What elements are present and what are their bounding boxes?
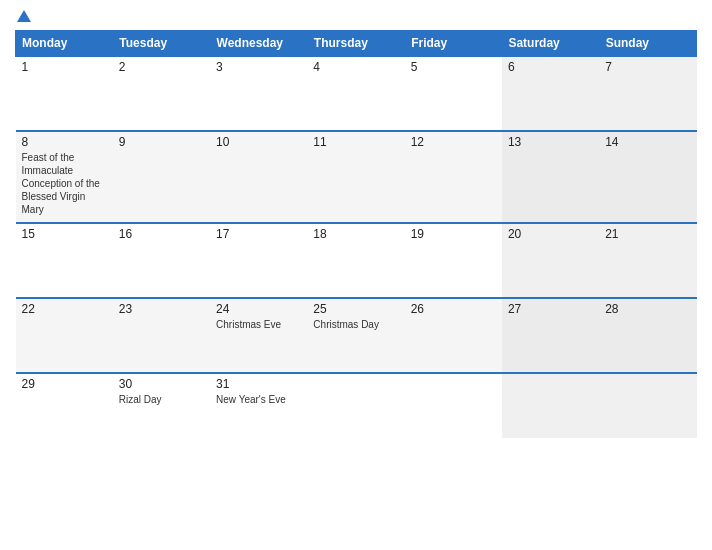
- day-number: 24: [216, 302, 301, 316]
- calendar-cell: 10: [210, 131, 307, 223]
- calendar-cell: 4: [307, 56, 404, 131]
- calendar-cell: 1: [16, 56, 113, 131]
- calendar-cell: [405, 373, 502, 438]
- calendar-cell: 25Christmas Day: [307, 298, 404, 373]
- week-row-5: 2930Rizal Day31New Year's Eve: [16, 373, 697, 438]
- calendar-cell: 14: [599, 131, 696, 223]
- day-number: 17: [216, 227, 301, 241]
- calendar-table: MondayTuesdayWednesdayThursdayFridaySatu…: [15, 30, 697, 438]
- calendar-cell: 20: [502, 223, 599, 298]
- day-number: 3: [216, 60, 301, 74]
- calendar-cell: 11: [307, 131, 404, 223]
- day-number: 7: [605, 60, 690, 74]
- week-row-2: 8Feast of the Immaculate Conception of t…: [16, 131, 697, 223]
- calendar-cell: 30Rizal Day: [113, 373, 210, 438]
- calendar-cell: 22: [16, 298, 113, 373]
- day-number: 18: [313, 227, 398, 241]
- page: MondayTuesdayWednesdayThursdayFridaySatu…: [0, 0, 712, 550]
- day-number: 30: [119, 377, 204, 391]
- calendar-cell: 24Christmas Eve: [210, 298, 307, 373]
- calendar-cell: 17: [210, 223, 307, 298]
- calendar-cell: 7: [599, 56, 696, 131]
- event-label: New Year's Eve: [216, 393, 301, 406]
- calendar-cell: 3: [210, 56, 307, 131]
- calendar-cell: 29: [16, 373, 113, 438]
- calendar-cell: 18: [307, 223, 404, 298]
- day-number: 26: [411, 302, 496, 316]
- logo: [15, 10, 31, 22]
- week-row-1: 1234567: [16, 56, 697, 131]
- calendar-cell: 27: [502, 298, 599, 373]
- event-label: Christmas Eve: [216, 318, 301, 331]
- calendar-cell: 28: [599, 298, 696, 373]
- calendar-cell: 26: [405, 298, 502, 373]
- day-number: 11: [313, 135, 398, 149]
- weekday-header-wednesday: Wednesday: [210, 31, 307, 57]
- day-number: 23: [119, 302, 204, 316]
- calendar-cell: 31New Year's Eve: [210, 373, 307, 438]
- day-number: 8: [22, 135, 107, 149]
- weekday-header-saturday: Saturday: [502, 31, 599, 57]
- event-label: Rizal Day: [119, 393, 204, 406]
- calendar-cell: 8Feast of the Immaculate Conception of t…: [16, 131, 113, 223]
- event-label: Christmas Day: [313, 318, 398, 331]
- calendar-cell: 13: [502, 131, 599, 223]
- day-number: 2: [119, 60, 204, 74]
- weekday-header-monday: Monday: [16, 31, 113, 57]
- day-number: 13: [508, 135, 593, 149]
- day-number: 6: [508, 60, 593, 74]
- day-number: 1: [22, 60, 107, 74]
- day-number: 22: [22, 302, 107, 316]
- weekday-header-friday: Friday: [405, 31, 502, 57]
- day-number: 10: [216, 135, 301, 149]
- day-number: 5: [411, 60, 496, 74]
- calendar-cell: 2: [113, 56, 210, 131]
- calendar-cell: 15: [16, 223, 113, 298]
- header: [15, 10, 697, 22]
- day-number: 28: [605, 302, 690, 316]
- calendar-cell: [599, 373, 696, 438]
- day-number: 31: [216, 377, 301, 391]
- day-number: 14: [605, 135, 690, 149]
- day-number: 12: [411, 135, 496, 149]
- day-number: 21: [605, 227, 690, 241]
- day-number: 19: [411, 227, 496, 241]
- weekday-header-tuesday: Tuesday: [113, 31, 210, 57]
- calendar-cell: 23: [113, 298, 210, 373]
- day-number: 25: [313, 302, 398, 316]
- weekday-header-row: MondayTuesdayWednesdayThursdayFridaySatu…: [16, 31, 697, 57]
- day-number: 20: [508, 227, 593, 241]
- calendar-cell: 5: [405, 56, 502, 131]
- calendar-cell: 16: [113, 223, 210, 298]
- calendar-cell: 6: [502, 56, 599, 131]
- calendar-cell: [307, 373, 404, 438]
- day-number: 9: [119, 135, 204, 149]
- calendar-cell: [502, 373, 599, 438]
- day-number: 15: [22, 227, 107, 241]
- day-number: 29: [22, 377, 107, 391]
- logo-triangle-icon: [17, 10, 31, 22]
- calendar-cell: 9: [113, 131, 210, 223]
- calendar-cell: 21: [599, 223, 696, 298]
- day-number: 27: [508, 302, 593, 316]
- event-label: Feast of the Immaculate Conception of th…: [22, 151, 107, 216]
- week-row-4: 222324Christmas Eve25Christmas Day262728: [16, 298, 697, 373]
- weekday-header-sunday: Sunday: [599, 31, 696, 57]
- week-row-3: 15161718192021: [16, 223, 697, 298]
- calendar-cell: 12: [405, 131, 502, 223]
- weekday-header-thursday: Thursday: [307, 31, 404, 57]
- day-number: 4: [313, 60, 398, 74]
- calendar-cell: 19: [405, 223, 502, 298]
- day-number: 16: [119, 227, 204, 241]
